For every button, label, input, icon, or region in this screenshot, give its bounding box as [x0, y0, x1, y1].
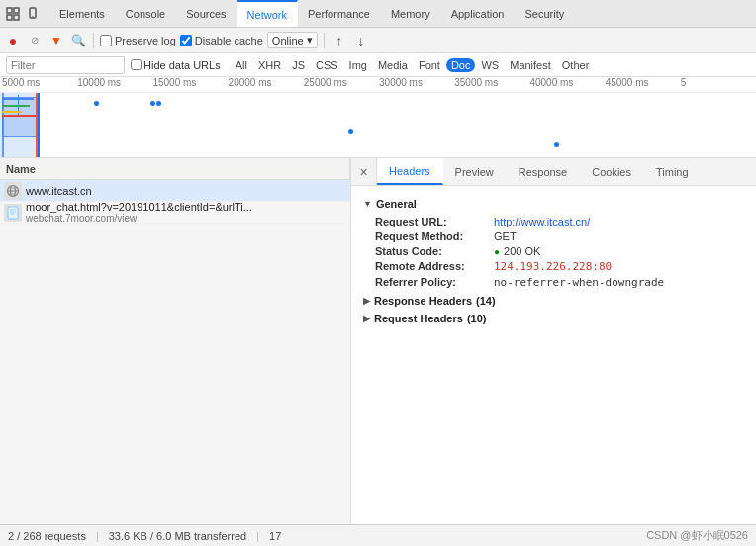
filter-img[interactable]: Img	[344, 58, 372, 72]
tab-timing[interactable]: Timing	[644, 158, 702, 185]
throttle-select[interactable]: Online ▾	[267, 32, 318, 48]
tick-8: 40000 ms	[529, 77, 605, 92]
tick-7: 35000 ms	[454, 77, 529, 92]
record-button[interactable]: ●	[4, 32, 22, 49]
devtools-icons	[4, 5, 42, 23]
close-detail-button[interactable]: ×	[351, 158, 377, 185]
disable-cache-checkbox[interactable]: Disable cache	[180, 35, 263, 46]
filter-ws[interactable]: WS	[476, 58, 504, 72]
referrer-policy-value: no-referrer-when-downgrade	[494, 276, 664, 289]
status-code-label: Status Code:	[375, 245, 494, 257]
request-url-row: Request URL: http://www.itcast.cn/	[363, 216, 744, 228]
network-list: Name www.itcast.cn	[0, 158, 351, 524]
tab-security[interactable]: Security	[515, 0, 575, 27]
remote-address-label: Remote Address:	[375, 260, 494, 273]
waterfall-dot-3	[156, 101, 161, 106]
filter-all[interactable]: All	[231, 58, 252, 72]
devtools-tabs-list: Elements Console Sources Network Perform…	[49, 0, 575, 27]
row1-icon	[4, 182, 22, 200]
filter-doc[interactable]: Doc	[446, 58, 476, 72]
response-headers-count: (14)	[476, 295, 496, 307]
remote-address-row: Remote Address: 124.193.226.228:80	[363, 260, 744, 273]
svg-rect-0	[7, 8, 12, 13]
filter-manifest[interactable]: Manifest	[505, 58, 556, 72]
response-headers-arrow-icon: ▶	[363, 296, 370, 306]
tab-performance[interactable]: Performance	[298, 0, 381, 27]
row2-name-col: moor_chat.html?v=20191011&clientId=&urlT…	[26, 201, 346, 224]
tab-preview[interactable]: Preview	[443, 158, 507, 185]
tick-5: 25000 ms	[304, 77, 379, 92]
referrer-policy-label: Referrer Policy:	[375, 276, 494, 289]
filter-button[interactable]: ▼	[47, 32, 65, 49]
filter-other[interactable]: Other	[557, 58, 595, 72]
import-har-button[interactable]: ↑	[331, 32, 348, 49]
tab-headers[interactable]: Headers	[377, 158, 443, 185]
tick-1: 5000 ms	[2, 77, 77, 92]
request-url-value[interactable]: http://www.itcast.cn/	[494, 216, 590, 228]
status-number: 17	[269, 530, 281, 542]
general-section-header[interactable]: ▼ General	[363, 198, 744, 210]
status-code-value: 200 OK	[494, 245, 540, 257]
remote-address-value: 124.193.226.228:80	[494, 260, 612, 273]
detail-panel: × Headers Preview Response Cookies Timin…	[351, 158, 756, 524]
tab-elements[interactable]: Elements	[49, 0, 116, 27]
request-headers-section-header[interactable]: ▶ Request Headers (10)	[363, 313, 744, 324]
tab-console[interactable]: Console	[116, 0, 176, 27]
request-method-row: Request Method: GET	[363, 230, 744, 242]
waterfall-dot-5	[554, 142, 559, 147]
tab-cookies[interactable]: Cookies	[580, 158, 644, 185]
response-headers-section-header[interactable]: ▶ Response Headers (14)	[363, 295, 744, 307]
row2-sub: webchat.7moor.com/view	[26, 213, 346, 224]
network-row-2[interactable]: moor_chat.html?v=20191011&clientId=&urlT…	[0, 202, 350, 224]
status-code-row: Status Code: 200 OK	[363, 245, 744, 257]
response-headers-section: ▶ Response Headers (14)	[363, 295, 744, 307]
mobile-icon[interactable]	[24, 5, 42, 23]
request-headers-section: ▶ Request Headers (10)	[363, 313, 744, 324]
preserve-log-checkbox[interactable]: Preserve log	[100, 35, 176, 46]
tab-network[interactable]: Network	[237, 0, 298, 27]
tab-application[interactable]: Application	[441, 0, 516, 27]
network-toolbar: ● ⊘ ▼ 🔍 Preserve log Disable cache Onlin…	[0, 28, 756, 53]
filter-types: All XHR JS CSS Img Media Font Doc WS Man…	[231, 58, 595, 72]
svg-rect-1	[14, 8, 19, 13]
filter-css[interactable]: CSS	[311, 58, 343, 72]
tick-4: 20000 ms	[229, 77, 304, 92]
transfer-size: 33.6 KB / 6.0 MB transferred	[109, 530, 246, 542]
tick-3: 15000 ms	[152, 77, 228, 92]
network-row-1[interactable]: www.itcast.cn	[0, 180, 350, 202]
tick-6: 30000 ms	[379, 77, 454, 92]
row1-name-col: www.itcast.cn	[26, 185, 346, 197]
toolbar-separator-2	[324, 33, 325, 48]
svg-point-5	[32, 16, 34, 18]
filter-xhr[interactable]: XHR	[253, 58, 286, 72]
network-rows: www.itcast.cn moor_chat.html?v=20191011&…	[0, 180, 350, 524]
filter-font[interactable]: Font	[414, 58, 445, 72]
tab-memory[interactable]: Memory	[381, 0, 441, 27]
filter-input[interactable]	[6, 56, 125, 74]
search-button[interactable]: 🔍	[69, 32, 87, 49]
request-method-value: GET	[494, 230, 517, 242]
tick-9: 45000 ms	[606, 77, 681, 92]
watermark-text: CSDN @虾小眠0526	[646, 528, 748, 543]
general-arrow-icon: ▼	[363, 199, 372, 209]
export-har-button[interactable]: ↓	[352, 32, 370, 49]
tick-2: 10000 ms	[77, 77, 152, 92]
col-header-name: Name	[0, 158, 350, 179]
request-method-label: Request Method:	[375, 230, 494, 242]
tab-sources[interactable]: Sources	[176, 0, 236, 27]
hide-data-urls-checkbox[interactable]: Hide data URLs	[131, 59, 221, 71]
timeline-chart[interactable]	[0, 93, 756, 158]
detail-tabs: × Headers Preview Response Cookies Timin…	[351, 158, 756, 186]
filter-media[interactable]: Media	[373, 58, 413, 72]
filter-js[interactable]: JS	[287, 58, 310, 72]
tick-10: 5	[681, 77, 756, 92]
status-bar: 2 / 268 requests | 33.6 KB / 6.0 MB tran…	[0, 524, 756, 546]
filter-bar: Hide data URLs All XHR JS CSS Img Media …	[0, 53, 756, 77]
requests-count: 2 / 268 requests	[8, 530, 86, 542]
response-headers-label: Response Headers	[374, 295, 472, 307]
clear-button[interactable]: ⊘	[26, 32, 44, 49]
tab-response[interactable]: Response	[507, 158, 581, 185]
svg-rect-11	[8, 207, 18, 219]
inspect-icon[interactable]	[4, 5, 22, 23]
row2-name: moor_chat.html?v=20191011&clientId=&urlT…	[26, 201, 346, 213]
